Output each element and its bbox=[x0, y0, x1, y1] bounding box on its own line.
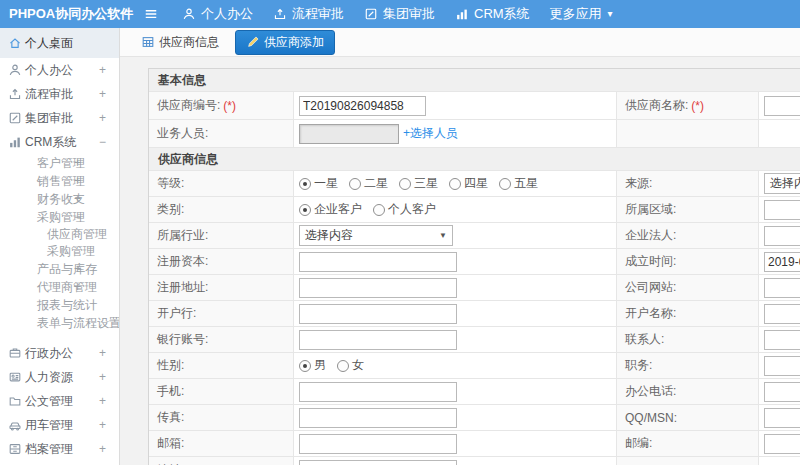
expand-toggle-icon[interactable]: + bbox=[74, 156, 81, 170]
sidebar-item-15[interactable]: 行政办公+ bbox=[0, 341, 119, 365]
sidebar-item-label: 代理商管理 bbox=[37, 279, 97, 296]
qq-msn-input[interactable] bbox=[764, 408, 800, 428]
sidebar-item-5[interactable]: 客户管理+ bbox=[0, 154, 119, 172]
business-person-label: 业务人员: bbox=[149, 120, 294, 147]
sidebar-item-14[interactable]: 表单与流程设置+ bbox=[0, 314, 119, 332]
empty-label-cell bbox=[617, 457, 759, 465]
level-radio-0[interactable] bbox=[299, 178, 311, 190]
office-phone-input[interactable] bbox=[764, 382, 800, 402]
registered-capital-label: 注册资本: bbox=[149, 249, 294, 274]
website-input[interactable] bbox=[764, 278, 800, 298]
qq-msn-label: QQ/MSN: bbox=[617, 405, 759, 430]
sidebar-item-4[interactable]: CRM系统− bbox=[0, 130, 119, 154]
level-radio-1[interactable] bbox=[349, 178, 361, 190]
expand-toggle-icon[interactable]: + bbox=[99, 394, 106, 408]
industry-label-text: 所属行业: bbox=[157, 227, 208, 244]
tab-supplier-info[interactable]: 供应商信息 bbox=[133, 31, 227, 54]
fax-input[interactable] bbox=[299, 408, 457, 428]
level-radio-4[interactable] bbox=[499, 178, 511, 190]
expand-toggle-icon[interactable]: + bbox=[99, 442, 106, 456]
bank-branch-input[interactable] bbox=[299, 304, 457, 324]
topnav-item-0[interactable]: 个人办公 bbox=[180, 5, 255, 23]
expand-toggle-icon[interactable]: + bbox=[99, 418, 106, 432]
sidebar-item-6[interactable]: 销售管理+ bbox=[0, 172, 119, 190]
supplier-name-input[interactable] bbox=[764, 96, 800, 116]
topnav-item-3[interactable]: CRM系统 bbox=[453, 5, 532, 23]
region-input[interactable] bbox=[764, 200, 800, 220]
chart-icon bbox=[455, 7, 469, 21]
sidebar-item-13[interactable]: 报表与统计 bbox=[0, 296, 119, 314]
job-title-input[interactable] bbox=[764, 356, 800, 376]
expand-toggle-icon[interactable]: + bbox=[99, 346, 106, 360]
expand-toggle-icon[interactable]: + bbox=[99, 63, 106, 77]
founded-date-input[interactable] bbox=[764, 252, 800, 272]
category-radio-0[interactable] bbox=[299, 204, 311, 216]
gender-radio-0[interactable] bbox=[299, 360, 311, 372]
business-person-input[interactable] bbox=[299, 124, 399, 144]
expand-toggle-icon[interactable]: + bbox=[99, 111, 106, 125]
registered-address-input[interactable] bbox=[299, 278, 457, 298]
email-input[interactable] bbox=[299, 434, 457, 454]
category-radio-label-1: 个人客户 bbox=[388, 201, 436, 218]
sidebar-item-label: 行政办公 bbox=[25, 345, 73, 362]
expand-toggle-icon[interactable]: − bbox=[74, 210, 81, 224]
expand-toggle-icon[interactable]: + bbox=[74, 174, 81, 188]
sidebar-item-12[interactable]: 代理商管理+ bbox=[0, 278, 119, 296]
registered-capital-input[interactable] bbox=[299, 252, 457, 272]
legal-person-field bbox=[759, 223, 800, 248]
tab-supplier-add[interactable]: 供应商添加 bbox=[235, 30, 335, 55]
sidebar-item-2[interactable]: 流程审批+ bbox=[0, 82, 119, 106]
sidebar-item-8[interactable]: 采购管理− bbox=[0, 208, 119, 226]
expand-toggle-icon[interactable]: + bbox=[99, 370, 106, 384]
archive-icon bbox=[8, 442, 22, 456]
level-radio-group: 一星二星三星四星五星 bbox=[299, 175, 549, 192]
category-radio-1[interactable] bbox=[373, 204, 385, 216]
sidebar-item-3[interactable]: 集团审批+ bbox=[0, 106, 119, 130]
level-radio-label-2: 三星 bbox=[414, 175, 438, 192]
expand-toggle-icon[interactable]: + bbox=[74, 262, 81, 276]
hamburger-menu-icon[interactable] bbox=[144, 6, 160, 22]
account-name-input[interactable] bbox=[764, 304, 800, 324]
supplier-code-label-text: 供应商编号: bbox=[157, 97, 220, 114]
bank-account-input[interactable] bbox=[299, 330, 457, 350]
level-field: 一星二星三星四星五星 bbox=[294, 171, 617, 196]
sidebar-item-19[interactable]: 档案管理+ bbox=[0, 437, 119, 461]
category-radio-label-0: 企业客户 bbox=[314, 201, 362, 218]
sidebar-item-18[interactable]: 用车管理+ bbox=[0, 413, 119, 437]
sidebar-item-label: 公文管理 bbox=[25, 393, 73, 410]
tab-strip: 供应商信息供应商添加 bbox=[120, 28, 800, 57]
sidebar-item-1[interactable]: 个人办公+ bbox=[0, 58, 119, 82]
sidebar-item-7[interactable]: 财务收支+ bbox=[0, 190, 119, 208]
topnav-item-2[interactable]: 集团审批 bbox=[362, 5, 437, 23]
topnav-item-1[interactable]: 流程审批 bbox=[271, 5, 346, 23]
address-input[interactable] bbox=[299, 460, 457, 465]
sidebar-item-11[interactable]: 产品与库存+ bbox=[0, 260, 119, 278]
gender-radio-label-1: 女 bbox=[352, 357, 364, 374]
source-label-text: 来源: bbox=[625, 175, 652, 192]
sidebar-item-9[interactable]: 供应商管理 bbox=[0, 226, 119, 243]
topnav-item-4[interactable]: 更多应用▾ bbox=[548, 5, 615, 23]
select-person-link[interactable]: +选择人员 bbox=[403, 125, 458, 142]
sidebar-item-0[interactable]: 个人桌面 bbox=[0, 28, 119, 58]
form-section-title: 基本信息 bbox=[158, 72, 206, 89]
industry-select[interactable]: 选择内容▼ bbox=[299, 225, 453, 246]
expand-toggle-icon[interactable]: + bbox=[74, 192, 81, 206]
zip-code-input[interactable] bbox=[764, 434, 800, 454]
level-radio-3[interactable] bbox=[449, 178, 461, 190]
gender-field: 男女 bbox=[294, 353, 617, 378]
source-select-value: 选择内容 bbox=[770, 175, 800, 192]
expand-toggle-icon[interactable]: + bbox=[74, 280, 81, 294]
gender-radio-1[interactable] bbox=[337, 360, 349, 372]
sidebar-item-16[interactable]: 人力资源+ bbox=[0, 365, 119, 389]
expand-toggle-icon[interactable]: − bbox=[99, 135, 106, 149]
sidebar-item-17[interactable]: 公文管理+ bbox=[0, 389, 119, 413]
legal-person-input[interactable] bbox=[764, 226, 800, 246]
expand-toggle-icon[interactable]: + bbox=[99, 87, 106, 101]
supplier-code-input[interactable] bbox=[299, 96, 426, 116]
level-radio-2[interactable] bbox=[399, 178, 411, 190]
contact-person-input[interactable] bbox=[764, 330, 800, 350]
source-select[interactable]: 选择内容▼ bbox=[764, 173, 800, 194]
mobile-input[interactable] bbox=[299, 382, 457, 402]
office-phone-field bbox=[759, 379, 800, 404]
sidebar-item-10[interactable]: 采购管理 bbox=[0, 243, 119, 260]
